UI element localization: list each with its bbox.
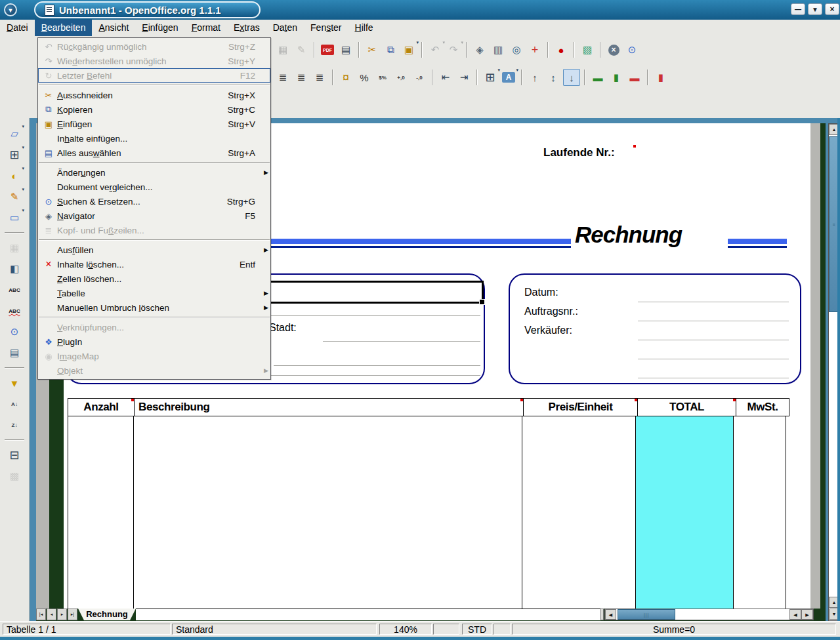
stop-icon[interactable]: × xyxy=(605,41,622,58)
redo-icon[interactable]: ↷▾ xyxy=(445,41,462,58)
record-macro-icon[interactable]: ● xyxy=(553,41,570,58)
menu-item-einf-gen[interactable]: ▣EinfügenStrg+V xyxy=(38,117,270,131)
dropdown-arrow-icon[interactable]: ▾ xyxy=(461,40,463,45)
status-selection-mode[interactable]: STD xyxy=(462,624,492,635)
scroll-left-icon[interactable]: ◀ xyxy=(605,609,616,620)
menu-datei[interactable]: Datei xyxy=(0,20,35,36)
insert-row-icon[interactable]: ▬ xyxy=(589,69,606,86)
undo-icon[interactable]: ↶▾ xyxy=(427,41,444,58)
remove-decimal-icon[interactable]: -,0 xyxy=(411,69,428,86)
form-controls-icon[interactable]: ▭▾ xyxy=(6,209,23,226)
insert-graphics-icon[interactable]: ▧ xyxy=(579,41,596,58)
insert-column-icon[interactable]: ▮ xyxy=(608,69,625,86)
datasources-icon[interactable]: ▤ xyxy=(6,344,23,361)
menu-item-manuellen-umbruch-l-schen[interactable]: Manuellen Umbruch löschen▶ xyxy=(38,300,270,315)
dropdown-arrow-icon[interactable]: ▾ xyxy=(22,208,24,213)
find-icon[interactable]: ⊙ xyxy=(6,323,23,340)
insert-icon[interactable]: ▱▾ xyxy=(6,125,23,142)
scroll-split-left-icon[interactable]: ◀ xyxy=(789,609,801,620)
group-icon[interactable]: ⊟ xyxy=(6,447,23,464)
refresh-icon[interactable]: ▩ xyxy=(6,468,23,485)
dropdown-arrow-icon[interactable]: ▾ xyxy=(22,187,24,192)
menu-extras[interactable]: Extras xyxy=(227,20,266,36)
menu-item-kopieren[interactable]: ⧉KopierenStrg+C xyxy=(38,102,270,117)
scroll-right-icon[interactable]: ▶ xyxy=(801,609,813,620)
tab-scroll-splitter[interactable] xyxy=(600,609,604,620)
menu-item-plugin[interactable]: ❖PlugIn xyxy=(38,334,270,349)
menu-item-tabelle[interactable]: Tabelle▶ xyxy=(38,286,270,300)
gallery-icon[interactable]: ◎ xyxy=(508,41,525,58)
insert-cells-icon[interactable]: ⊞▾ xyxy=(6,146,23,163)
merge-cells-icon[interactable]: ▮ xyxy=(652,69,669,86)
horizontal-scroll-thumb[interactable]: ||| xyxy=(618,609,675,620)
menu-item-ausf-llen[interactable]: Ausfüllen▶ xyxy=(38,243,270,257)
percent-icon[interactable]: % xyxy=(356,69,373,86)
window-menu-button[interactable]: ▼ xyxy=(4,3,17,16)
align-top-icon[interactable]: ↑ xyxy=(526,69,543,86)
export-pdf-icon[interactable]: PDF xyxy=(319,41,336,58)
menu-item-inhalte-l-schen[interactable]: ×Inhalte löschen...Entf xyxy=(38,257,270,271)
align-justify-icon[interactable]: ≣ xyxy=(311,69,328,86)
draw-functions-icon[interactable]: ✎▾ xyxy=(6,188,23,205)
sort-descending-icon[interactable]: Z↓ xyxy=(6,416,23,433)
sheet-tab-rechnung[interactable]: Rechnung xyxy=(78,609,136,620)
sort-ascending-icon[interactable]: A↓ xyxy=(6,395,23,412)
stylist-icon[interactable]: ▥ xyxy=(490,41,507,58)
paste-icon[interactable]: ▣▾ xyxy=(400,41,417,58)
add-decimal-icon[interactable]: +,0 xyxy=(392,69,410,86)
dropdown-arrow-icon[interactable]: ▾ xyxy=(516,68,518,73)
align-center-icon[interactable]: ≣ xyxy=(274,69,291,86)
increase-indent-icon[interactable]: ⇥ xyxy=(455,69,472,86)
dropdown-arrow-icon[interactable]: ▾ xyxy=(416,40,419,45)
menu-item-nderungen[interactable]: Änderungen▶ xyxy=(38,165,270,180)
delete-row-icon[interactable]: ▬ xyxy=(626,69,643,86)
next-sheet-icon[interactable]: ▸ xyxy=(57,609,67,620)
autofilter-icon[interactable]: ▼ xyxy=(6,374,23,391)
menu-format[interactable]: Format xyxy=(185,20,227,36)
align-middle-icon[interactable]: ↕ xyxy=(545,69,562,86)
cut-icon[interactable]: ✂ xyxy=(364,41,381,58)
status-zoom-level[interactable]: 140% xyxy=(379,624,432,635)
edit-file-icon[interactable]: ✎ xyxy=(293,41,310,58)
zoom-page-icon[interactable]: + xyxy=(526,41,543,58)
menu-einf-gen[interactable]: Einfügen xyxy=(135,20,184,36)
dropdown-arrow-icon[interactable]: ▾ xyxy=(22,124,24,129)
currency-icon[interactable]: ¤ xyxy=(337,69,354,86)
menu-item-navigator[interactable]: ◈NavigatorF5 xyxy=(38,209,270,223)
menu-ansicht[interactable]: Ansicht xyxy=(92,20,135,36)
menu-item-dokument-vergleichen[interactable]: Dokument vergleichen... xyxy=(38,180,270,194)
standard-format-icon[interactable]: $% xyxy=(374,69,391,86)
autoformat-icon[interactable]: ▦ xyxy=(6,239,23,256)
align-right-icon[interactable]: ≣ xyxy=(293,69,310,86)
first-sheet-icon[interactable]: |◂ xyxy=(36,609,46,620)
print-icon[interactable]: ▤ xyxy=(337,41,354,58)
close-button[interactable]: × xyxy=(825,3,839,15)
menu-item-alles-ausw-hlen[interactable]: ▤Alles auswählenStrg+A xyxy=(38,146,270,160)
dropdown-arrow-icon[interactable]: ▾ xyxy=(22,145,24,150)
autospellcheck-icon[interactable]: ABC xyxy=(6,302,23,319)
copy-icon[interactable]: ⧉ xyxy=(382,41,399,58)
preview-icon[interactable]: ⊙ xyxy=(623,41,640,58)
menu-item-inhalte-einf-gen[interactable]: Inhalte einfügen... xyxy=(38,131,270,146)
menu-daten[interactable]: Daten xyxy=(266,20,304,36)
background-color-icon[interactable]: A▾ xyxy=(500,69,517,86)
last-sheet-icon[interactable]: ▸| xyxy=(68,609,77,620)
horizontal-scrollbar[interactable]: ◀ ||| ◀ ▶ xyxy=(604,609,814,620)
align-bottom-icon[interactable]: ↓ xyxy=(563,69,580,86)
menu-hilfe[interactable]: Hilfe xyxy=(348,20,380,36)
borders-icon[interactable]: ⊞▾ xyxy=(482,69,499,86)
themes-icon[interactable]: ◧ xyxy=(6,260,23,277)
decrease-indent-icon[interactable]: ⇤ xyxy=(437,69,454,86)
menu-bearbeiten[interactable]: Bearbeiten xyxy=(35,20,93,36)
previous-sheet-icon[interactable]: ◂ xyxy=(47,609,56,620)
insert-chart-icon[interactable]: ◐▾ xyxy=(6,167,23,184)
minimize-button[interactable]: — xyxy=(791,3,805,15)
maximize-button[interactable]: ▼ xyxy=(808,3,822,15)
menu-item-zellen-l-schen[interactable]: Zellen löschen... xyxy=(38,271,270,286)
spellcheck-icon[interactable]: ABC xyxy=(6,281,23,298)
menu-item-suchen-ersetzen[interactable]: ⊙Suchen & Ersetzen...Strg+G xyxy=(38,194,270,209)
dropdown-arrow-icon[interactable]: ▾ xyxy=(22,166,24,171)
menu-item-ausschneiden[interactable]: ✂AusschneidenStrg+X xyxy=(38,88,270,102)
save-icon[interactable]: ▦ xyxy=(274,41,291,58)
menu-fenster[interactable]: Fenster xyxy=(304,20,348,36)
